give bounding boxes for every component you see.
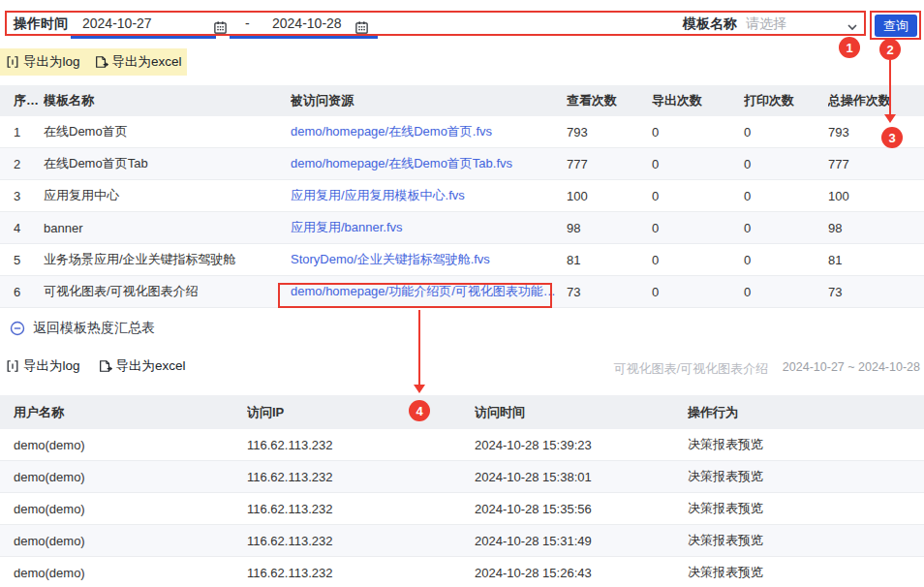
table-row: 2 在线Demo首页Tab demo/homepage/在线Demo首页Tab.… [0,148,924,180]
export-log-button[interactable]: 导出为log [6,53,80,71]
chevron-down-icon[interactable] [845,15,860,37]
detail-table-header: 用户名称 访问IP 访问时间 操作行为 [0,395,924,429]
export-excel-button[interactable]: 导出为excel [94,53,182,71]
user-name: demo(demo) [14,502,247,516]
export-log-label: 导出为log [23,357,80,375]
column-header: 操作行为 [688,404,924,421]
total-count: 793 [828,125,924,139]
row-index: 3 [14,189,44,203]
export-bar-bottom: 导出为log 导出为excel [6,355,186,378]
resource-link[interactable]: 应用复用/banner.fvs [291,219,567,236]
total-count: 73 [828,285,924,299]
detail-date-range: 2024-10-27 ~ 2024-10-28 [783,360,920,374]
query-button[interactable]: 查询 [875,15,917,37]
export-count: 0 [652,157,744,171]
table-row: demo(demo) 116.62.113.232 2024-10-28 15:… [0,557,924,587]
export-count: 0 [652,189,744,203]
template-name: 在线Demo首页Tab [44,155,291,172]
export-count: 0 [652,221,744,235]
visit-ip: 116.62.113.232 [247,502,475,516]
total-count: 777 [828,157,924,171]
operation-type: 决策报表预览 [688,468,924,485]
table-row: 1 在线Demo首页 demo/homepage/在线Demo首页.fvs 79… [0,116,924,148]
annotation-badge-4: 4 [409,400,430,421]
template-name: 在线Demo首页 [44,123,291,140]
column-header: 查看次数 [567,92,652,109]
column-header: 总操作次数 [828,92,924,109]
resource-link[interactable]: demo/homepage/功能介绍页/可视化图表功能介... [291,283,567,300]
column-header: 序号 [14,92,44,109]
calendar-icon[interactable] [213,15,228,37]
table-row: demo(demo) 116.62.113.232 2024-10-28 15:… [0,429,924,461]
export-log-icon [6,55,19,69]
summary-table: 序号 模板名称 被访问资源 查看次数 导出次数 打印次数 总操作次数 1 在线D… [0,85,924,308]
row-index: 5 [14,253,44,267]
detail-template-name: 可视化图表/可视化图表介绍 [613,360,768,378]
view-count: 777 [567,157,652,171]
annotation-badge-1: 1 [839,37,860,58]
print-count: 0 [744,221,828,235]
view-count: 81 [567,253,652,267]
table-row: 4 banner 应用复用/banner.fvs 98 0 0 98 [0,212,924,244]
visit-ip: 116.62.113.232 [247,438,475,452]
row-index: 2 [14,157,44,171]
export-count: 0 [652,125,744,139]
view-count: 100 [567,189,652,203]
filter-bar: 操作时间 2024-10-27 - 2024-10-28 模板名称 请选择 [5,11,866,36]
annotation-badge-2: 2 [879,39,901,60]
back-to-summary-link[interactable]: 返回模板热度汇总表 [10,320,155,337]
operation-type: 决策报表预览 [688,500,924,517]
date-to-underline [230,36,378,39]
export-log-icon [6,359,19,373]
template-select[interactable]: 请选择 [746,13,786,34]
date-range-separator: - [245,13,250,34]
visit-time: 2024-10-28 15:31:49 [475,534,688,548]
export-excel-icon [98,359,112,373]
column-header: 访问IP [247,404,475,421]
column-header: 用户名称 [14,404,247,421]
export-count: 0 [652,253,744,267]
calendar-icon[interactable] [354,15,369,37]
visit-time: 2024-10-28 15:35:56 [475,502,688,516]
date-from-underline [71,36,216,39]
column-header: 模板名称 [44,92,291,109]
resource-link[interactable]: demo/homepage/在线Demo首页Tab.fvs [291,155,567,172]
view-count: 98 [567,221,652,235]
export-log-button[interactable]: 导出为log [6,357,80,375]
total-count: 98 [828,221,924,235]
table-row: demo(demo) 116.62.113.232 2024-10-28 15:… [0,493,924,525]
date-to-input[interactable]: 2024-10-28 [272,13,342,34]
resource-link[interactable]: 应用复用/应用复用模板中心.fvs [291,187,567,204]
total-count: 100 [828,189,924,203]
row-index: 4 [14,221,44,235]
template-name: 应用复用中心 [44,187,291,204]
annotation-badge-3: 3 [881,127,903,148]
annotation-arrow-line [418,310,420,386]
user-name: demo(demo) [14,470,247,484]
resource-link[interactable]: StoryDemo/企业关键指标驾驶舱.fvs [291,251,567,268]
operation-type: 决策报表预览 [688,564,924,581]
export-excel-icon [94,55,108,69]
visit-time: 2024-10-28 15:26:43 [475,566,688,580]
date-from-input[interactable]: 2024-10-27 [82,13,152,34]
export-bar-top: 导出为log 导出为excel [0,48,187,76]
column-header: 访问时间 [475,404,688,421]
print-count: 0 [744,253,828,267]
export-excel-button[interactable]: 导出为excel [98,357,186,375]
visit-time: 2024-10-28 15:39:23 [475,438,688,452]
back-link-label: 返回模板热度汇总表 [33,320,155,337]
column-header: 打印次数 [744,92,828,109]
column-header: 被访问资源 [291,92,567,109]
print-count: 0 [744,285,828,299]
table-row: 3 应用复用中心 应用复用/应用复用模板中心.fvs 100 0 0 100 [0,180,924,212]
visit-ip: 116.62.113.232 [247,470,475,484]
user-name: demo(demo) [14,534,247,548]
print-count: 0 [744,157,828,171]
user-name: demo(demo) [14,438,247,452]
table-row: demo(demo) 116.62.113.232 2024-10-28 15:… [0,461,924,493]
export-excel-label: 导出为excel [116,357,186,375]
operation-type: 决策报表预览 [688,436,924,453]
visit-ip: 116.62.113.232 [247,566,475,580]
resource-link[interactable]: demo/homepage/在线Demo首页.fvs [291,123,567,140]
operation-time-label: 操作时间 [14,13,68,34]
